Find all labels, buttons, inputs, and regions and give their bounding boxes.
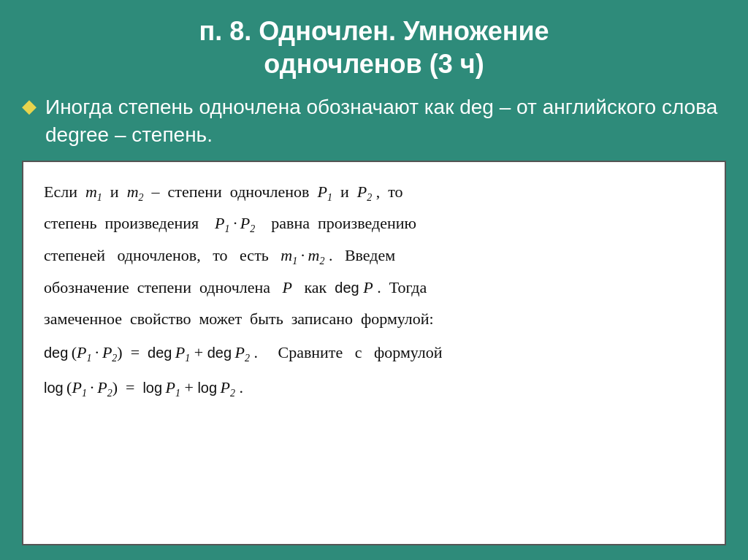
content-line-2: степень произведения P1 · P2 равна произ… bbox=[44, 210, 704, 239]
bullet-text: Иногда степень одночлена обозначают как … bbox=[45, 93, 726, 149]
formula-log: log (P1 · P2) = log P1 + log P2 . bbox=[44, 374, 704, 403]
content-line-4: обозначение степени одночлена P как deg … bbox=[44, 274, 704, 302]
content-line-1: Если m1 и m2 – степени одночленов P1 и P… bbox=[44, 178, 704, 207]
content-box: Если m1 и m2 – степени одночленов P1 и P… bbox=[22, 161, 726, 545]
formula-deg: deg (P1 · P2) = deg P1 + deg P2 . Сравни… bbox=[44, 339, 704, 368]
content-line-5: замеченное свойство может быть записано … bbox=[44, 305, 704, 334]
page-title: п. 8. Одночлен. Умножение одночленов (3 … bbox=[199, 15, 549, 80]
diamond-icon: ◆ bbox=[22, 95, 37, 118]
bullet-section: ◆ Иногда степень одночлена обозначают ка… bbox=[22, 93, 726, 149]
content-line-3: степеней одночленов, то есть m1 · m2 . В… bbox=[44, 242, 704, 271]
